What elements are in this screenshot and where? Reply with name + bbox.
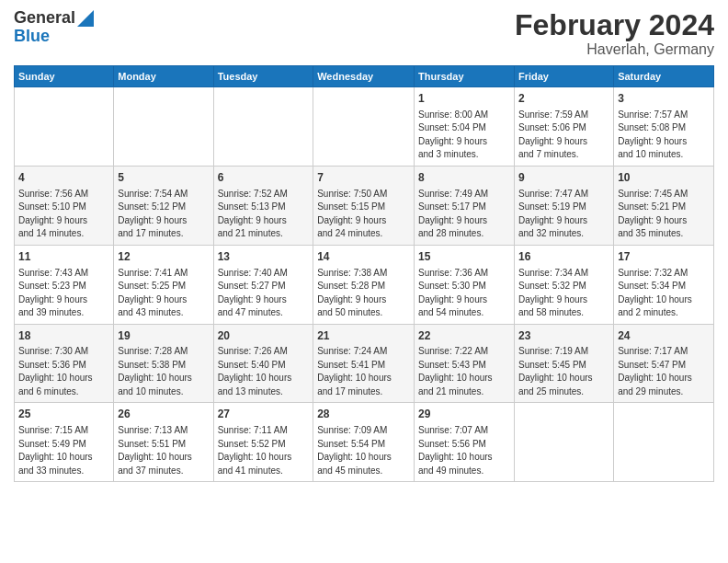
col-tuesday: Tuesday [213, 66, 313, 87]
day-number-12: 12 [118, 249, 209, 265]
cell-w2-d7: 10Sunrise: 7:45 AM Sunset: 5:21 PM Dayli… [614, 166, 714, 245]
cell-w4-d1: 18Sunrise: 7:30 AM Sunset: 5:36 PM Dayli… [15, 324, 114, 403]
day-number-25: 25 [18, 407, 109, 422]
day-info-22: Sunrise: 7:22 AM Sunset: 5:43 PM Dayligh… [418, 345, 510, 398]
day-info-18: Sunrise: 7:30 AM Sunset: 5:36 PM Dayligh… [18, 345, 109, 398]
cell-w3-d2: 12Sunrise: 7:41 AM Sunset: 5:25 PM Dayli… [114, 245, 213, 324]
day-info-12: Sunrise: 7:41 AM Sunset: 5:25 PM Dayligh… [118, 267, 209, 320]
day-info-17: Sunrise: 7:32 AM Sunset: 5:34 PM Dayligh… [618, 267, 710, 320]
cell-w5-d5: 29Sunrise: 7:07 AM Sunset: 5:56 PM Dayli… [415, 403, 515, 482]
cell-w5-d1: 25Sunrise: 7:15 AM Sunset: 5:49 PM Dayli… [15, 403, 114, 482]
day-number-19: 19 [118, 328, 209, 344]
day-number-23: 23 [518, 328, 609, 344]
cell-w1-d5: 1Sunrise: 8:00 AM Sunset: 5:04 PM Daylig… [415, 87, 515, 167]
day-number-28: 28 [317, 407, 410, 422]
day-number-3: 3 [618, 91, 710, 107]
day-number-1: 1 [418, 91, 510, 107]
cell-w2-d3: 6Sunrise: 7:52 AM Sunset: 5:13 PM Daylig… [213, 166, 313, 245]
day-number-22: 22 [418, 328, 510, 344]
day-number-24: 24 [618, 328, 710, 344]
cell-w4-d6: 23Sunrise: 7:19 AM Sunset: 5:45 PM Dayli… [514, 324, 613, 403]
week-row-3: 11Sunrise: 7:43 AM Sunset: 5:23 PM Dayli… [15, 245, 714, 324]
cell-w2-d5: 8Sunrise: 7:49 AM Sunset: 5:17 PM Daylig… [415, 166, 515, 245]
day-info-5: Sunrise: 7:54 AM Sunset: 5:12 PM Dayligh… [118, 188, 209, 241]
day-info-19: Sunrise: 7:28 AM Sunset: 5:38 PM Dayligh… [118, 345, 209, 398]
day-number-18: 18 [18, 328, 109, 344]
day-info-3: Sunrise: 7:57 AM Sunset: 5:08 PM Dayligh… [618, 109, 710, 162]
day-number-7: 7 [317, 170, 410, 186]
day-info-1: Sunrise: 8:00 AM Sunset: 5:04 PM Dayligh… [418, 109, 510, 162]
day-info-25: Sunrise: 7:15 AM Sunset: 5:49 PM Dayligh… [18, 424, 109, 477]
week-row-4: 18Sunrise: 7:30 AM Sunset: 5:36 PM Dayli… [15, 324, 714, 403]
day-number-27: 27 [218, 407, 310, 422]
cell-w2-d1: 4Sunrise: 7:56 AM Sunset: 5:10 PM Daylig… [15, 166, 114, 245]
cell-w3-d3: 13Sunrise: 7:40 AM Sunset: 5:27 PM Dayli… [213, 245, 313, 324]
day-number-6: 6 [218, 170, 310, 186]
day-number-8: 8 [418, 170, 510, 186]
day-info-28: Sunrise: 7:09 AM Sunset: 5:54 PM Dayligh… [317, 424, 410, 477]
day-info-6: Sunrise: 7:52 AM Sunset: 5:13 PM Dayligh… [218, 188, 310, 241]
day-number-15: 15 [418, 249, 510, 265]
cell-w3-d5: 15Sunrise: 7:36 AM Sunset: 5:30 PM Dayli… [415, 245, 515, 324]
day-number-11: 11 [18, 249, 109, 265]
page-title: February 2024 [515, 9, 714, 41]
logo-general: General [14, 9, 75, 28]
logo: General Blue [14, 9, 94, 46]
calendar-table: Sunday Monday Tuesday Wednesday Thursday… [14, 65, 714, 482]
week-row-2: 4Sunrise: 7:56 AM Sunset: 5:10 PM Daylig… [15, 166, 714, 245]
cell-w5-d4: 28Sunrise: 7:09 AM Sunset: 5:54 PM Dayli… [313, 403, 415, 482]
day-number-17: 17 [618, 249, 710, 265]
week-row-1: 1Sunrise: 8:00 AM Sunset: 5:04 PM Daylig… [15, 87, 714, 167]
cell-w2-d4: 7Sunrise: 7:50 AM Sunset: 5:15 PM Daylig… [313, 166, 415, 245]
day-number-4: 4 [18, 170, 109, 186]
day-info-15: Sunrise: 7:36 AM Sunset: 5:30 PM Dayligh… [418, 267, 510, 320]
day-number-20: 20 [218, 328, 310, 344]
cell-w1-d1 [15, 87, 114, 167]
day-number-21: 21 [317, 328, 410, 344]
cell-w5-d2: 26Sunrise: 7:13 AM Sunset: 5:51 PM Dayli… [114, 403, 213, 482]
svg-marker-0 [77, 10, 94, 27]
day-info-2: Sunrise: 7:59 AM Sunset: 5:06 PM Dayligh… [518, 109, 609, 162]
day-info-11: Sunrise: 7:43 AM Sunset: 5:23 PM Dayligh… [18, 267, 109, 320]
day-info-13: Sunrise: 7:40 AM Sunset: 5:27 PM Dayligh… [218, 267, 310, 320]
day-number-14: 14 [317, 249, 410, 265]
cell-w4-d5: 22Sunrise: 7:22 AM Sunset: 5:43 PM Dayli… [415, 324, 515, 403]
day-info-7: Sunrise: 7:50 AM Sunset: 5:15 PM Dayligh… [317, 188, 410, 241]
day-info-23: Sunrise: 7:19 AM Sunset: 5:45 PM Dayligh… [518, 345, 609, 398]
day-info-24: Sunrise: 7:17 AM Sunset: 5:47 PM Dayligh… [618, 345, 710, 398]
cell-w2-d2: 5Sunrise: 7:54 AM Sunset: 5:12 PM Daylig… [114, 166, 213, 245]
cell-w2-d6: 9Sunrise: 7:47 AM Sunset: 5:19 PM Daylig… [514, 166, 613, 245]
cell-w5-d6 [514, 403, 613, 482]
day-number-10: 10 [618, 170, 710, 186]
col-thursday: Thursday [415, 66, 515, 87]
col-friday: Friday [514, 66, 613, 87]
page: General Blue February 2024 Haverlah, Ger… [0, 0, 728, 491]
cell-w3-d4: 14Sunrise: 7:38 AM Sunset: 5:28 PM Dayli… [313, 245, 415, 324]
col-saturday: Saturday [614, 66, 714, 87]
page-subtitle: Haverlah, Germany [515, 41, 714, 58]
cell-w1-d4 [313, 87, 415, 167]
cell-w1-d7: 3Sunrise: 7:57 AM Sunset: 5:08 PM Daylig… [614, 87, 714, 167]
day-info-9: Sunrise: 7:47 AM Sunset: 5:19 PM Dayligh… [518, 188, 609, 241]
day-info-20: Sunrise: 7:26 AM Sunset: 5:40 PM Dayligh… [218, 345, 310, 398]
day-number-16: 16 [518, 249, 609, 265]
day-number-5: 5 [118, 170, 209, 186]
header: General Blue February 2024 Haverlah, Ger… [14, 9, 714, 58]
title-area: February 2024 Haverlah, Germany [515, 9, 714, 58]
day-info-4: Sunrise: 7:56 AM Sunset: 5:10 PM Dayligh… [18, 188, 109, 241]
col-monday: Monday [114, 66, 213, 87]
cell-w4-d7: 24Sunrise: 7:17 AM Sunset: 5:47 PM Dayli… [614, 324, 714, 403]
day-info-8: Sunrise: 7:49 AM Sunset: 5:17 PM Dayligh… [418, 188, 510, 241]
cell-w5-d3: 27Sunrise: 7:11 AM Sunset: 5:52 PM Dayli… [213, 403, 313, 482]
cell-w1-d6: 2Sunrise: 7:59 AM Sunset: 5:06 PM Daylig… [514, 87, 613, 167]
day-number-26: 26 [118, 407, 209, 422]
day-info-29: Sunrise: 7:07 AM Sunset: 5:56 PM Dayligh… [418, 424, 510, 477]
logo-blue: Blue [14, 28, 94, 46]
day-info-27: Sunrise: 7:11 AM Sunset: 5:52 PM Dayligh… [218, 424, 310, 477]
day-info-10: Sunrise: 7:45 AM Sunset: 5:21 PM Dayligh… [618, 188, 710, 241]
day-info-21: Sunrise: 7:24 AM Sunset: 5:41 PM Dayligh… [317, 345, 410, 398]
cell-w4-d4: 21Sunrise: 7:24 AM Sunset: 5:41 PM Dayli… [313, 324, 415, 403]
cell-w3-d1: 11Sunrise: 7:43 AM Sunset: 5:23 PM Dayli… [15, 245, 114, 324]
day-number-13: 13 [218, 249, 310, 265]
day-number-2: 2 [518, 91, 609, 107]
